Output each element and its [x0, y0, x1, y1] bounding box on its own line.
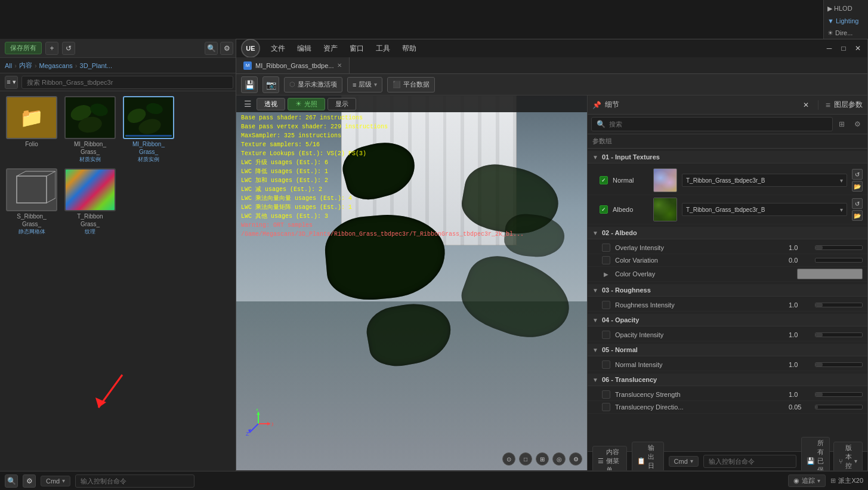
asset-mi-ribbon-2-selected[interactable]: MI_Ribbon_Grass_ 材质实例: [122, 96, 175, 164]
close-button[interactable]: ✕: [853, 44, 863, 53]
material-tab[interactable]: M MI_Ribbon_Grass_tbdpe... ✕: [236, 57, 350, 73]
bc-megascans[interactable]: Megascans: [39, 62, 73, 69]
plane-icon[interactable]: □: [519, 452, 532, 466]
bc-all[interactable]: All: [5, 62, 12, 69]
bc-3dplant[interactable]: 3D_Plant...: [80, 62, 112, 69]
asset-t-ribbon[interactable]: T_RibbonGrass_ 纹理: [63, 168, 117, 236]
show-inactive-button[interactable]: ⬡ 显示未激活项: [284, 77, 342, 93]
albedo-browse-button[interactable]: 📂: [852, 210, 863, 221]
main-cmd-input[interactable]: [75, 474, 194, 488]
lighting-button[interactable]: ☀ 光照: [288, 98, 325, 110]
layers-button[interactable]: ≡ 层级 ▾: [347, 77, 382, 93]
color-overlay-expand[interactable]: ▶: [602, 270, 610, 278]
menu-assets[interactable]: 资产: [317, 44, 344, 54]
normal-intensity-checkbox[interactable]: [602, 360, 610, 369]
overlay-intensity-checkbox[interactable]: [602, 244, 610, 252]
tab-close-button[interactable]: ✕: [337, 62, 342, 69]
translucency-direction-label: Translucency Directio...: [615, 403, 784, 411]
normal-browse-button[interactable]: 📂: [852, 181, 863, 192]
perspective-button[interactable]: 透视: [257, 98, 285, 110]
filter-button[interactable]: ≡ ▾: [5, 76, 18, 89]
sphere-icon[interactable]: ⊙: [502, 452, 515, 466]
cam-icon[interactable]: ◎: [552, 452, 566, 466]
overlay-intensity-slider[interactable]: [815, 245, 863, 250]
roughness-intensity-checkbox[interactable]: [602, 301, 610, 309]
lighting-item: ▼ Lighting: [824, 15, 868, 27]
menu-edit[interactable]: 编辑: [291, 44, 317, 54]
translucency-strength-slider[interactable]: [815, 392, 863, 397]
color-overlay-swatch[interactable]: [797, 269, 863, 279]
translucency-direction-checkbox[interactable]: [602, 403, 610, 411]
roughness-intensity-value: 1.0: [789, 301, 810, 309]
normal-texture-dropdown[interactable]: T_Ribbon_Grass_tbdpec3r_B ▾: [682, 174, 847, 187]
cb-refresh-button[interactable]: ↺: [62, 42, 75, 55]
hamburger-menu-button[interactable]: ☰: [241, 97, 254, 110]
asset-s-ribbon[interactable]: S_Ribbon_Grass_ 静态网格体: [5, 168, 58, 236]
svg-rect-6: [17, 176, 47, 203]
display-button[interactable]: 显示: [328, 98, 356, 110]
color-variation-checkbox[interactable]: [602, 256, 610, 264]
camera-button[interactable]: 📷: [262, 76, 279, 93]
nav-gizmo: X Y Z: [243, 409, 273, 440]
normal-intensity-slider[interactable]: [815, 362, 863, 367]
asset-mi-ribbon-1[interactable]: MI_Ribbon_Grass_ 材质实例: [63, 96, 117, 164]
menu-window[interactable]: 窗口: [344, 44, 370, 54]
section-albedo[interactable]: ▼ 02 - Albedo: [588, 227, 867, 239]
albedo-texture-dropdown[interactable]: T_Ribbon_Grass_tbdpec3r_B ▾: [682, 203, 847, 216]
tab-bar: M MI_Ribbon_Grass_tbdpe... ✕: [236, 57, 867, 74]
section-translucency[interactable]: ▼ 06 - Translucency: [588, 374, 867, 386]
cb-add-button[interactable]: +: [45, 42, 58, 55]
texture-row-albedo: ✓ Albedo T_Ribbon_Grass_tbdpec3r_B ▾ ↺: [588, 195, 867, 224]
translucency-strength-fill: [816, 393, 823, 396]
asset-folio[interactable]: 📁 Folio: [5, 96, 58, 164]
section-input-textures[interactable]: ▼ 01 - Input Textures: [588, 151, 867, 164]
param-color-variation: Color Variation 0.0: [588, 254, 867, 267]
menu-help[interactable]: 帮助: [396, 44, 422, 54]
minimize-button[interactable]: ─: [824, 44, 834, 53]
save-button[interactable]: 💾: [241, 76, 258, 93]
cmd-console-input[interactable]: [703, 455, 796, 468]
albedo-reset-button[interactable]: ↺: [852, 198, 863, 209]
tracking-button[interactable]: ◉ 追踪 ▾: [788, 474, 826, 487]
details-search-input[interactable]: [609, 121, 827, 128]
normal-checkbox[interactable]: ✓: [600, 176, 608, 184]
table-view-button[interactable]: ⊞: [835, 118, 848, 131]
params-scroll[interactable]: ▼ 01 - Input Textures ✓ Normal: [588, 149, 867, 451]
menu-file[interactable]: 文件: [265, 44, 291, 54]
title-bar: UE 文件 编辑 资产 窗口 工具 帮助 ─ □ ✕: [236, 39, 867, 57]
opacity-intensity-slider[interactable]: [815, 332, 863, 337]
section-normal[interactable]: ▼ 05 - Normal: [588, 344, 867, 356]
roughness-intensity-slider[interactable]: [815, 303, 863, 307]
panel-settings-button[interactable]: ⚙: [851, 118, 864, 131]
section-arrow: ▼: [592, 154, 598, 161]
cb-settings-btn[interactable]: ⚙: [220, 42, 233, 55]
asset-grid: 📁 Folio MI_Ribbon_Grass_ 材质实例: [0, 91, 238, 476]
maximize-button[interactable]: □: [839, 44, 848, 53]
opacity-intensity-checkbox[interactable]: [602, 331, 610, 339]
normal-intensity-fill: [816, 363, 823, 366]
opacity-section-arrow: ▼: [592, 317, 598, 323]
main-viewport[interactable]: ☰ 透视 ☀ 光照 显示 Base pass shader: 267 instr…: [236, 95, 587, 470]
menu-tools[interactable]: 工具: [370, 44, 396, 54]
normal-intensity-label: Normal Intensity: [615, 361, 784, 368]
cb-search-btn[interactable]: 🔍: [205, 42, 218, 55]
search-input[interactable]: [21, 76, 233, 89]
main-settings-btn[interactable]: ⚙: [23, 474, 36, 488]
main-search-btn[interactable]: 🔍: [5, 474, 18, 488]
svg-line-8: [47, 171, 55, 176]
cmd-button[interactable]: Cmd ▾: [669, 456, 699, 467]
save-all-button[interactable]: 保存所有: [5, 42, 42, 54]
translucency-direction-slider[interactable]: [815, 405, 863, 409]
translucency-strength-checkbox[interactable]: [602, 390, 610, 399]
panel-close-button[interactable]: ✕: [801, 100, 811, 110]
normal-reset-button[interactable]: ↺: [852, 169, 863, 180]
section-roughness[interactable]: ▼ 03 - Roughness: [588, 284, 867, 297]
color-variation-slider[interactable]: [815, 258, 863, 263]
grid-icon[interactable]: ⊞: [536, 452, 549, 466]
settings-icon[interactable]: ⚙: [569, 452, 582, 466]
section-opacity[interactable]: ▼ 04 - Opacity: [588, 314, 867, 326]
albedo-checkbox[interactable]: ✓: [600, 205, 608, 214]
cmd-main-button[interactable]: Cmd ▾: [41, 476, 70, 486]
bc-content[interactable]: 内容: [19, 61, 32, 70]
platform-data-button[interactable]: ⬛ 平台数据: [387, 77, 435, 93]
